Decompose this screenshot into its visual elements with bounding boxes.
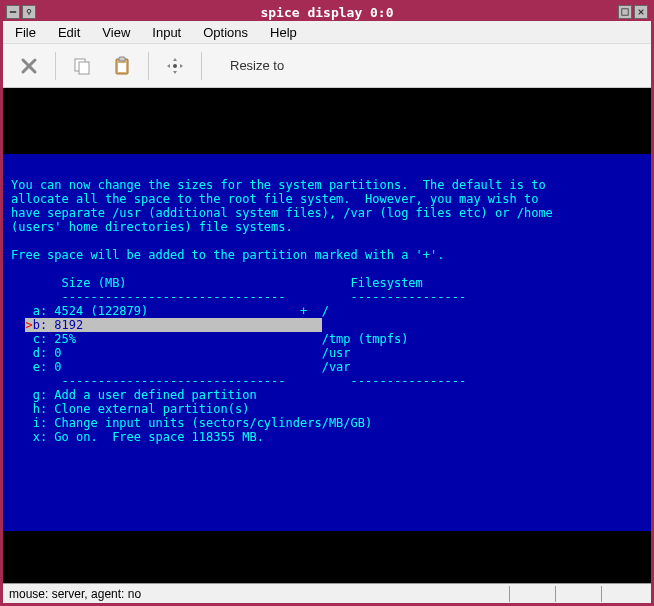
status-cell xyxy=(555,586,599,602)
menu-help[interactable]: Help xyxy=(266,23,301,42)
toolbar-separator xyxy=(201,52,202,80)
table-divider: ------------------------------- --------… xyxy=(11,374,643,388)
action-line[interactable]: h: Clone external partition(s) xyxy=(11,402,643,416)
svg-rect-9 xyxy=(79,62,89,74)
status-cell xyxy=(509,586,553,602)
intro-line: (users' home directories) file systems. xyxy=(11,220,643,234)
window-title: spice display 0:0 xyxy=(260,5,393,20)
intro-line: allocate all the space to the root file … xyxy=(11,192,643,206)
fullscreen-button[interactable] xyxy=(157,48,193,84)
app-window: spice display 0:0 File Edit View Input O… xyxy=(0,0,654,606)
table-divider: ------------------------------- --------… xyxy=(11,290,643,304)
partition-row[interactable]: d: 0 /usr xyxy=(11,346,643,360)
intro-line: have separate /usr (additional system fi… xyxy=(11,206,643,220)
window-menu-button[interactable] xyxy=(6,5,20,19)
status-cell xyxy=(601,586,645,602)
menu-view[interactable]: View xyxy=(98,23,134,42)
menu-edit[interactable]: Edit xyxy=(54,23,84,42)
copy-button[interactable] xyxy=(64,48,100,84)
close-connection-button[interactable] xyxy=(11,48,47,84)
action-line[interactable]: i: Change input units (sectors/cylinders… xyxy=(11,416,643,430)
toolbar-separator xyxy=(55,52,56,80)
menu-input[interactable]: Input xyxy=(148,23,185,42)
terminal-viewport: You can now change the sizes for the sys… xyxy=(3,88,651,583)
resize-label: Resize to xyxy=(230,58,284,73)
intro-line: You can now change the sizes for the sys… xyxy=(11,178,643,192)
svg-point-13 xyxy=(173,64,177,68)
toolbar-separator xyxy=(148,52,149,80)
statusbar: mouse: server, agent: no xyxy=(3,583,651,603)
svg-rect-11 xyxy=(119,57,125,61)
svg-rect-12 xyxy=(118,63,126,72)
table-header: Size (MB) Filesystem xyxy=(11,276,643,290)
titlebar: spice display 0:0 xyxy=(3,3,651,21)
partition-row[interactable]: e: 0 /var xyxy=(11,360,643,374)
partition-row[interactable]: c: 25% /tmp (tmpfs) xyxy=(11,332,643,346)
menubar: File Edit View Input Options Help xyxy=(3,21,651,44)
svg-rect-3 xyxy=(622,9,628,15)
maximize-button[interactable] xyxy=(618,5,632,19)
terminal-content[interactable]: You can now change the sizes for the sys… xyxy=(3,154,651,531)
partition-row-selected[interactable]: >b: 8192 xyxy=(11,318,643,332)
svg-rect-0 xyxy=(10,11,16,13)
close-button[interactable] xyxy=(634,5,648,19)
menu-file[interactable]: File xyxy=(11,23,40,42)
action-line[interactable]: x: Go on. Free space 118355 MB. xyxy=(11,430,643,444)
terminal-padding-bottom xyxy=(3,531,651,583)
menu-options[interactable]: Options xyxy=(199,23,252,42)
window-pin-button[interactable] xyxy=(22,5,36,19)
status-text: mouse: server, agent: no xyxy=(9,587,507,601)
partition-row[interactable]: a: 4524 (122879) + / xyxy=(11,304,643,318)
paste-button[interactable] xyxy=(104,48,140,84)
terminal-padding-top xyxy=(3,88,651,154)
toolbar: Resize to xyxy=(3,44,651,88)
action-line[interactable]: g: Add a user defined partition xyxy=(11,388,643,402)
free-space-line: Free space will be added to the partitio… xyxy=(11,248,643,262)
svg-point-1 xyxy=(27,9,31,13)
